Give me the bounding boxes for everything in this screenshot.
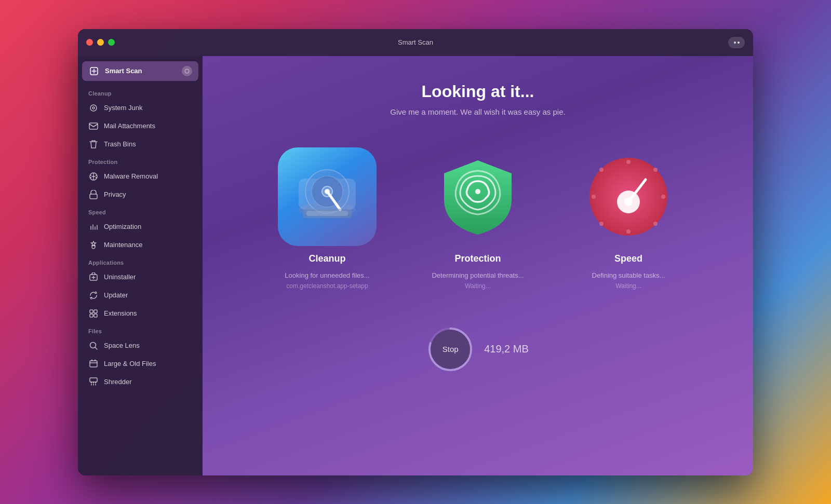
speed-card-title: Speed bbox=[614, 253, 642, 264]
speed-card-substatus: Waiting... bbox=[615, 282, 641, 290]
svg-rect-18 bbox=[94, 314, 97, 317]
smart-scan-label: Smart Scan bbox=[105, 67, 177, 75]
updater-icon bbox=[88, 290, 99, 301]
speed-gauge-svg bbox=[584, 153, 673, 241]
sidebar-item-maintenance[interactable]: Maintenance bbox=[82, 236, 198, 254]
cleanup-card-status: Looking for unneeded files... bbox=[285, 271, 369, 279]
titlebar: Smart Scan bbox=[78, 29, 753, 56]
svg-point-3 bbox=[92, 107, 95, 109]
section-files: Files bbox=[78, 323, 203, 336]
sidebar-item-uninstaller[interactable]: Uninstaller bbox=[82, 268, 198, 286]
close-button[interactable] bbox=[86, 39, 93, 46]
svg-point-35 bbox=[592, 195, 596, 199]
speed-icon-container bbox=[579, 147, 678, 246]
smart-scan-badge bbox=[182, 66, 192, 76]
mail-attachments-label: Mail Attachments bbox=[104, 122, 155, 130]
svg-rect-17 bbox=[90, 314, 93, 317]
sidebar-item-shredder[interactable]: Shredder bbox=[82, 373, 198, 391]
svg-point-8 bbox=[96, 177, 97, 178]
svg-rect-21 bbox=[90, 378, 97, 382]
sidebar-item-smart-scan[interactable]: Smart Scan bbox=[82, 61, 198, 81]
svg-point-1 bbox=[185, 69, 189, 73]
traffic-lights bbox=[86, 39, 115, 46]
extensions-label: Extensions bbox=[104, 309, 137, 317]
scan-size-display: 419,2 MB bbox=[484, 343, 529, 355]
maintenance-icon bbox=[88, 240, 99, 250]
svg-point-13 bbox=[92, 246, 95, 249]
main-window: Smart Scan Smart Scan bbox=[78, 29, 753, 475]
svg-point-43 bbox=[624, 198, 633, 206]
sidebar-item-malware-removal[interactable]: Malware Removal bbox=[82, 168, 198, 185]
system-junk-label: System Junk bbox=[104, 104, 142, 112]
uninstaller-label: Uninstaller bbox=[104, 273, 136, 281]
sidebar-item-privacy[interactable]: Privacy bbox=[82, 186, 198, 203]
more-options-button[interactable] bbox=[728, 37, 745, 48]
main-subtitle: Give me a moment. We all wish it was eas… bbox=[390, 107, 565, 116]
protection-card-title: Protection bbox=[454, 253, 501, 264]
svg-point-28 bbox=[325, 189, 330, 194]
svg-point-7 bbox=[96, 175, 97, 176]
svg-point-9 bbox=[90, 175, 91, 176]
privacy-label: Privacy bbox=[104, 190, 126, 198]
svg-point-37 bbox=[599, 168, 604, 172]
svg-rect-30 bbox=[306, 211, 348, 216]
speed-card-status: Defining suitable tasks... bbox=[592, 271, 665, 279]
maximize-button[interactable] bbox=[108, 39, 115, 46]
svg-point-36 bbox=[661, 195, 665, 199]
svg-rect-20 bbox=[90, 361, 97, 367]
stop-button[interactable]: Stop bbox=[431, 330, 470, 369]
svg-point-39 bbox=[599, 222, 604, 226]
section-protection: Protection bbox=[78, 154, 203, 167]
svg-rect-15 bbox=[90, 310, 93, 313]
speed-card: Speed Defining suitable tasks... Waiting… bbox=[566, 147, 691, 290]
svg-point-6 bbox=[93, 173, 94, 174]
svg-point-31 bbox=[475, 189, 480, 194]
privacy-icon bbox=[88, 189, 99, 200]
sidebar-item-mail-attachments[interactable]: Mail Attachments bbox=[82, 117, 198, 135]
sidebar-item-updater[interactable]: Updater bbox=[82, 287, 198, 304]
svg-point-2 bbox=[90, 105, 97, 111]
cleanup-card: Cleanup Looking for unneeded files... co… bbox=[265, 147, 390, 290]
sidebar-item-extensions[interactable]: Extensions bbox=[82, 305, 198, 322]
protection-card: Protection Determining potential threats… bbox=[416, 147, 540, 290]
sidebar-item-optimization[interactable]: Optimization bbox=[82, 218, 198, 236]
cleanup-card-substatus: com.getcleanshot.app-setapp bbox=[286, 282, 368, 290]
svg-point-19 bbox=[90, 342, 96, 348]
trash-icon bbox=[88, 139, 99, 149]
sidebar-item-system-junk[interactable]: System Junk bbox=[82, 99, 198, 117]
svg-point-11 bbox=[93, 179, 94, 180]
optimization-icon bbox=[88, 222, 99, 232]
svg-rect-16 bbox=[94, 310, 97, 313]
cleanup-card-title: Cleanup bbox=[309, 253, 345, 264]
section-speed: Speed bbox=[78, 204, 203, 217]
minimize-button[interactable] bbox=[97, 39, 104, 46]
trash-bins-label: Trash Bins bbox=[104, 140, 136, 148]
protection-card-status: Determining potential threats... bbox=[432, 271, 524, 279]
shredder-icon bbox=[88, 377, 99, 387]
stop-area: Stop 419,2 MB bbox=[427, 326, 529, 373]
shredder-label: Shredder bbox=[104, 378, 131, 386]
sidebar-item-trash-bins[interactable]: Trash Bins bbox=[82, 135, 198, 153]
protection-card-substatus: Waiting... bbox=[465, 282, 491, 290]
dot2-icon bbox=[738, 42, 740, 44]
sidebar-item-large-old-files[interactable]: Large & Old Files bbox=[82, 355, 198, 373]
stop-button-wrapper: Stop bbox=[427, 326, 474, 373]
svg-point-10 bbox=[90, 177, 91, 178]
main-heading: Looking at it... bbox=[422, 82, 534, 101]
cleanup-icon-container bbox=[278, 147, 377, 246]
section-applications: Applications bbox=[78, 254, 203, 268]
dot1-icon bbox=[734, 42, 736, 44]
malware-icon bbox=[88, 171, 99, 182]
space-lens-label: Space Lens bbox=[104, 342, 140, 349]
svg-point-34 bbox=[626, 229, 631, 234]
large-old-files-label: Large & Old Files bbox=[104, 360, 156, 367]
sidebar-item-space-lens[interactable]: Space Lens bbox=[82, 337, 198, 355]
space-lens-icon bbox=[88, 340, 99, 351]
malware-removal-label: Malware Removal bbox=[104, 172, 158, 180]
scan-icon bbox=[88, 65, 100, 77]
main-content: Looking at it... Give me a moment. We al… bbox=[203, 56, 753, 475]
svg-rect-4 bbox=[89, 123, 98, 129]
svg-rect-12 bbox=[90, 194, 97, 199]
mail-icon bbox=[88, 121, 99, 131]
shield-svg bbox=[434, 153, 522, 241]
